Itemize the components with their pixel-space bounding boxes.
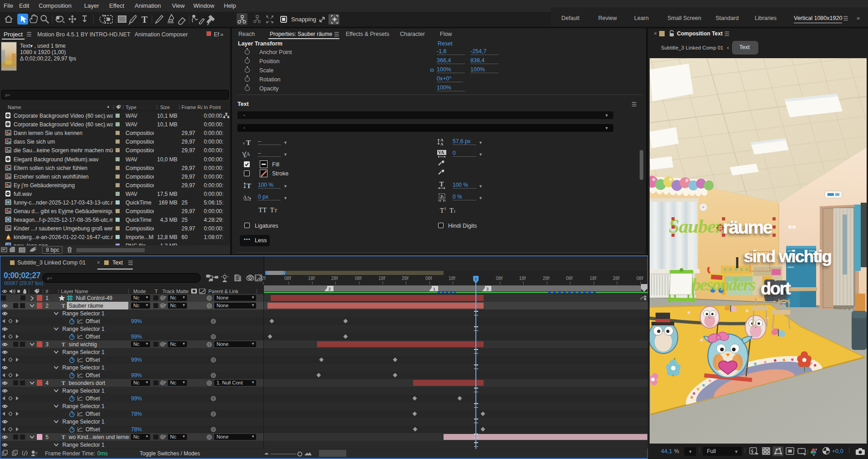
- svg-text:T: T: [247, 182, 251, 190]
- svg-text:A: A: [246, 151, 250, 157]
- svg-text:8 bpc: 8 bpc: [46, 247, 59, 253]
- svg-text:a: a: [247, 195, 249, 199]
- svg-text:Snapping: Snapping: [291, 16, 316, 23]
- svg-text:V: V: [242, 151, 246, 157]
- svg-text:т: т: [243, 141, 245, 145]
- svg-text:あ: あ: [440, 194, 444, 199]
- svg-text:1: 1: [433, 287, 435, 291]
- svg-text:T: T: [439, 181, 444, 188]
- svg-text:|: |: [807, 448, 808, 455]
- svg-text:3: 3: [486, 287, 489, 291]
- svg-text:A: A: [440, 142, 444, 146]
- svg-text:T: T: [246, 139, 251, 146]
- svg-text:VA: VA: [438, 150, 444, 155]
- svg-text:A: A: [243, 194, 247, 200]
- svg-text:2: 2: [328, 287, 331, 291]
- svg-text:T: T: [141, 15, 148, 25]
